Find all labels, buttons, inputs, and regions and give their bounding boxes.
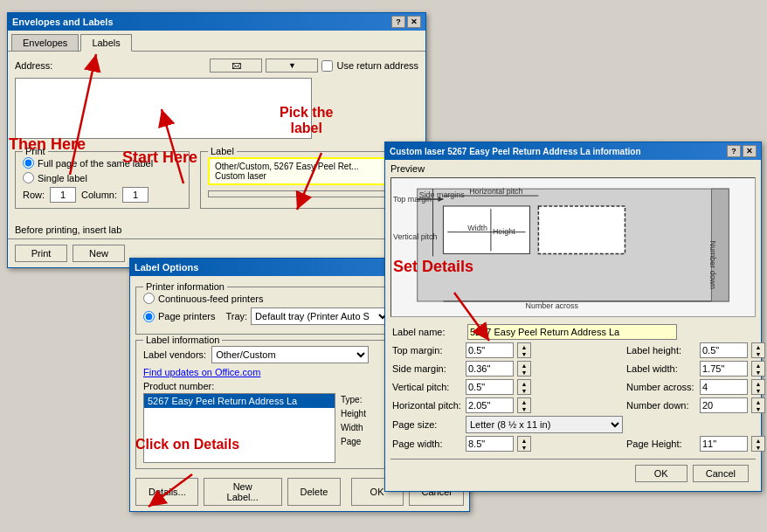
- top-margin-down[interactable]: ▼: [518, 350, 530, 357]
- address-icon-btn[interactable]: 🖂: [210, 59, 262, 73]
- side-margin-up[interactable]: ▲: [518, 362, 530, 369]
- page-width-row: Page width: ▲ ▼: [392, 436, 623, 452]
- side-margin-row: Side margin: ▲ ▼: [392, 361, 623, 377]
- svg-text:Top margin: Top margin: [393, 195, 432, 204]
- number-across-input[interactable]: [700, 379, 748, 395]
- number-down-input[interactable]: [700, 397, 748, 413]
- find-updates-link[interactable]: Find updates on Office.com: [143, 367, 260, 377]
- custom-info-content: Preview Side margins Top margin: [385, 160, 761, 491]
- page-width-down[interactable]: ▼: [518, 444, 530, 451]
- page-size-select[interactable]: Letter (8 ½ x 11 in): [466, 416, 623, 433]
- preview-area: Side margins Top margin Horizontal pitch…: [390, 177, 756, 317]
- label-preview-box: Other/Custom, 5267 Easy Peel Ret... Cust…: [208, 157, 411, 185]
- vendor-select[interactable]: Other/Custom: [211, 346, 369, 363]
- number-across-up[interactable]: ▲: [752, 380, 764, 387]
- ci-close-btn[interactable]: ✕: [743, 145, 757, 157]
- height-label: Height: [341, 407, 366, 421]
- page-height-down[interactable]: ▼: [752, 444, 764, 451]
- new-label-button[interactable]: New Label...: [204, 478, 282, 506]
- print-section: Print Full page of the same label Single…: [15, 151, 190, 209]
- horizontal-pitch-row: Horizontal pitch: ▲ ▼: [392, 397, 623, 413]
- new-button[interactable]: New: [73, 245, 125, 262]
- number-down-up[interactable]: ▲: [752, 398, 764, 405]
- page-radio[interactable]: [143, 311, 155, 322]
- custom-info-title: Custom laser 5267 Easy Peel Return Addre…: [390, 147, 641, 156]
- label-options-title: Label Options: [135, 262, 198, 273]
- full-page-radio[interactable]: [23, 157, 34, 169]
- label-height-up[interactable]: ▲: [752, 343, 764, 350]
- delete-button[interactable]: Delete: [287, 478, 341, 506]
- ci-cancel-button[interactable]: Cancel: [693, 465, 749, 482]
- preview-label: Preview: [390, 163, 756, 174]
- page-height-input[interactable]: [700, 436, 748, 452]
- number-across-spinner[interactable]: ▲ ▼: [751, 379, 765, 395]
- ci-ok-button[interactable]: OK: [635, 465, 688, 482]
- full-page-radio-row: Full page of the same label: [23, 157, 182, 169]
- page-height-up[interactable]: ▲: [752, 437, 764, 444]
- product-item-0[interactable]: 5267 Easy Peel Return Address La: [144, 394, 335, 408]
- label-height-spinner[interactable]: ▲ ▼: [751, 342, 765, 358]
- row-input[interactable]: [50, 187, 76, 203]
- page-height-spinner[interactable]: ▲ ▼: [751, 436, 765, 452]
- horizontal-pitch-input[interactable]: [466, 397, 514, 413]
- svg-text:Width: Width: [467, 224, 487, 232]
- label-line1: Other/Custom, 5267 Easy Peel Ret...: [215, 162, 404, 171]
- details-button[interactable]: Details...: [135, 478, 198, 506]
- svg-text:Vertical pitch: Vertical pitch: [393, 232, 438, 241]
- tabs-row: Envelopes Labels: [8, 31, 425, 51]
- label-width-input[interactable]: [700, 361, 748, 377]
- side-margin-down[interactable]: ▼: [518, 369, 530, 376]
- print-button[interactable]: Print: [15, 245, 67, 262]
- horizontal-pitch-up[interactable]: ▲: [518, 398, 530, 405]
- labels-tab-content: Address: 🖂 ▼ Use return address Print Fu…: [8, 51, 425, 221]
- number-down-down[interactable]: ▼: [752, 405, 764, 412]
- tab-envelopes[interactable]: Envelopes: [11, 34, 79, 51]
- type-label: Type:: [341, 393, 366, 407]
- label-width-up[interactable]: ▲: [752, 362, 764, 369]
- printer-info-title: Printer information: [143, 281, 227, 292]
- address-textarea[interactable]: [15, 78, 312, 139]
- label-width-spinner[interactable]: ▲ ▼: [751, 361, 765, 377]
- ci-help-btn[interactable]: ?: [727, 145, 741, 157]
- side-margin-spinner[interactable]: ▲ ▼: [517, 361, 531, 377]
- top-margin-up[interactable]: ▲: [518, 343, 530, 350]
- top-margin-input[interactable]: [466, 342, 514, 358]
- label-width-down[interactable]: ▼: [752, 369, 764, 376]
- ci-title-buttons: ? ✕: [727, 145, 757, 157]
- horizontal-pitch-spinner[interactable]: ▲ ▼: [517, 397, 531, 413]
- label-name-input[interactable]: [467, 324, 677, 340]
- vertical-pitch-down[interactable]: ▼: [518, 387, 530, 394]
- help-btn[interactable]: ?: [391, 16, 405, 28]
- address-dropdown-btn[interactable]: ▼: [266, 59, 318, 73]
- envelopes-labels-dialog: Envelopes and Labels ? ✕ Envelopes Label…: [7, 12, 426, 268]
- label-options-btn[interactable]: [208, 190, 411, 197]
- page-width-up[interactable]: ▲: [518, 437, 530, 444]
- tab-labels[interactable]: Labels: [80, 34, 131, 52]
- fields-grid: Label name: Top margin: ▲ ▼ Side margin:: [390, 321, 756, 455]
- vertical-pitch-input[interactable]: [466, 379, 514, 395]
- top-margin-spinner[interactable]: ▲ ▼: [517, 342, 531, 358]
- page-width-spinner[interactable]: ▲ ▼: [517, 436, 531, 452]
- label-height-row: Label height: ▲ ▼: [626, 342, 765, 358]
- title-buttons: ? ✕: [391, 16, 421, 28]
- continuous-radio[interactable]: [143, 293, 155, 304]
- vertical-pitch-up[interactable]: ▲: [518, 380, 530, 387]
- env-dialog-title: Envelopes and Labels: [12, 17, 114, 27]
- label-height-input[interactable]: [700, 342, 748, 358]
- number-across-down[interactable]: ▼: [752, 387, 764, 394]
- close-btn[interactable]: ✕: [407, 16, 421, 28]
- horizontal-pitch-down[interactable]: ▼: [518, 405, 530, 412]
- vertical-pitch-spinner[interactable]: ▲ ▼: [517, 379, 531, 395]
- number-down-spinner[interactable]: ▲ ▼: [751, 397, 765, 413]
- col-input[interactable]: [122, 187, 149, 203]
- label-section-title: Label: [208, 146, 237, 156]
- left-fields: Top margin: ▲ ▼ Side margin: ▲ ▼: [392, 342, 623, 452]
- page-width-input[interactable]: [466, 436, 514, 452]
- page-height-row: Page Height: ▲ ▼: [626, 436, 765, 452]
- use-return-address-check[interactable]: [321, 60, 333, 72]
- tray-select[interactable]: Default tray (Printer Auto S: [251, 307, 390, 325]
- product-list[interactable]: 5267 Easy Peel Return Address La: [143, 393, 335, 463]
- side-margin-input[interactable]: [466, 361, 514, 377]
- label-height-down[interactable]: ▼: [752, 350, 764, 357]
- single-label-radio[interactable]: [23, 172, 34, 183]
